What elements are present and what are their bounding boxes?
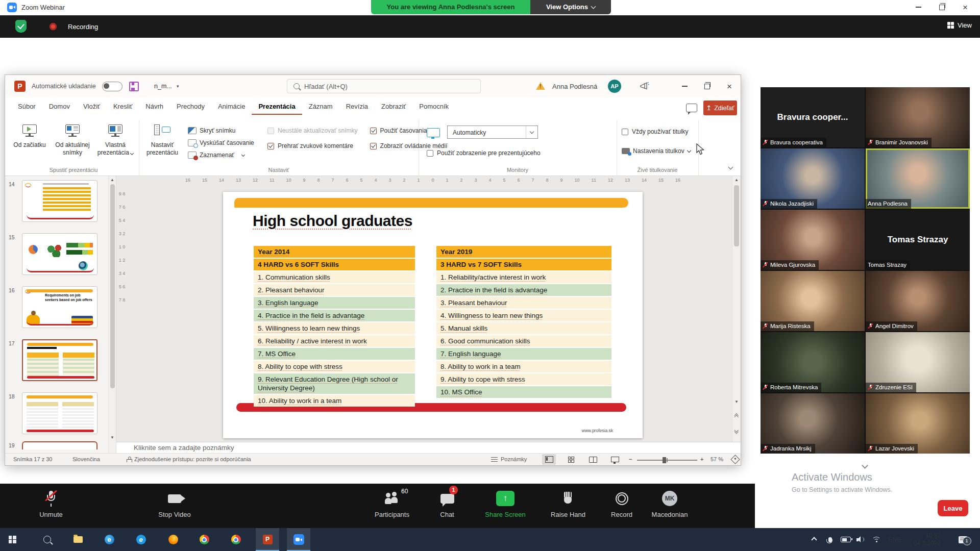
autosave-toggle[interactable] xyxy=(102,82,122,91)
slide-thumbnail[interactable]: 16 Requirements on job seekers based on … xyxy=(5,286,116,337)
firefox-button[interactable] xyxy=(161,528,185,551)
ppt-close-button[interactable]: × xyxy=(718,75,741,97)
setup-show-button[interactable]: Nastaviť prezentáciu xyxy=(141,123,184,157)
scroll-down-icon[interactable]: ▼ xyxy=(732,399,741,404)
accessibility-status[interactable]: Zjednodušenie prístupu: pozrite si odpor… xyxy=(127,456,251,462)
chrome-button[interactable] xyxy=(192,528,216,551)
ribbon-tab[interactable]: Súbor xyxy=(11,98,42,115)
thumbnail-card[interactable] xyxy=(22,180,97,222)
account-name[interactable]: Anna Podlesná xyxy=(552,83,597,90)
zoom-in-button[interactable]: + xyxy=(700,456,703,462)
participant-tile[interactable]: Anna Podlesna xyxy=(866,148,970,209)
participant-tile[interactable]: Tomas Strazay Tomas Strazay xyxy=(866,210,970,270)
close-button[interactable]: × xyxy=(953,0,977,14)
scrollbar-thumb[interactable] xyxy=(110,184,115,388)
thumbnail-card[interactable] xyxy=(22,339,97,381)
collapse-panel-button[interactable] xyxy=(853,460,876,471)
record-slideshow-button[interactable]: Zaznamenať xyxy=(188,149,254,160)
slide-thumbnail[interactable]: 18 xyxy=(5,392,116,443)
slider-thumb[interactable] xyxy=(663,457,666,463)
zoom-level[interactable]: 57 % xyxy=(710,456,723,462)
chrome-profile-button[interactable] xyxy=(224,528,248,551)
next-slide-button[interactable] xyxy=(732,425,741,436)
rehearse-timings-button[interactable]: Vyskúšať časovanie xyxy=(188,137,254,148)
ribbon-tab[interactable]: Vložiť xyxy=(77,98,107,115)
minimize-button[interactable] xyxy=(906,0,930,14)
restore-button[interactable] xyxy=(930,0,953,14)
tray-volume-button[interactable] xyxy=(853,528,868,551)
hide-slide-button[interactable]: Skryť snímku xyxy=(188,125,254,136)
participant-tile[interactable]: Lazar Jovevski xyxy=(866,393,970,454)
presenter-view-checkbox[interactable]: Použiť zobrazenie pre prezentujúceho xyxy=(427,149,541,157)
thumbnail-card[interactable] xyxy=(22,392,97,434)
participant-tile[interactable]: Branimir Jovanovski xyxy=(866,87,970,147)
subtitle-settings-button[interactable]: Nastavenia titulkov xyxy=(622,147,691,155)
search-input[interactable]: Hľadať (Alt+Q) xyxy=(287,79,481,93)
filename-dropdown-icon[interactable]: ▾ xyxy=(177,84,179,89)
scroll-up-icon[interactable]: ▲ xyxy=(732,178,741,182)
taskbar-search-button[interactable] xyxy=(35,528,59,551)
participant-tile[interactable]: Bravura cooper... Bravura cooperativa xyxy=(761,87,865,147)
slide-thumbnail[interactable]: 14 xyxy=(5,180,116,231)
slide-thumbnail[interactable]: 19 xyxy=(5,441,116,453)
notes-input[interactable]: Kliknite sem a zadajte poznámky xyxy=(116,442,741,453)
file-explorer-button[interactable] xyxy=(66,528,90,551)
slideshow-view-button[interactable] xyxy=(608,454,622,465)
scroll-down-icon[interactable]: ▼ xyxy=(109,435,116,440)
document-filename[interactable]: n_m... xyxy=(154,83,172,90)
tray-network-button[interactable] xyxy=(869,528,884,551)
ribbon-tab[interactable]: Prechody xyxy=(170,98,211,115)
stop-video-button[interactable]: Stop Video xyxy=(139,489,210,518)
internet-explorer-button[interactable]: e xyxy=(129,528,153,551)
from-beginning-button[interactable]: Od začiatku xyxy=(8,123,51,157)
play-narrations-checkbox[interactable]: Prehrať zvukové komentáre xyxy=(267,142,358,149)
slide-counter[interactable]: Snímka 17 z 30 xyxy=(13,456,52,462)
unmute-button[interactable]: Unmute xyxy=(15,489,87,518)
always-use-subtitles-checkbox[interactable]: Vždy používať titulky xyxy=(622,128,689,135)
ribbon-tab[interactable]: Revízia xyxy=(339,98,375,115)
share-button[interactable]: ↥ Zdieľať xyxy=(703,101,737,115)
share-screen-button[interactable]: ↑ Share Screen xyxy=(470,489,541,518)
ribbon-tab[interactable]: Zobraziť xyxy=(375,98,412,115)
clock[interactable]: 10:3704.3.2022 xyxy=(908,528,946,551)
leave-button[interactable]: Leave xyxy=(938,500,968,516)
zoom-out-button[interactable]: − xyxy=(629,456,632,462)
comments-icon[interactable] xyxy=(686,104,697,112)
view-options-button[interactable]: View Options xyxy=(530,0,611,14)
ribbon-tab[interactable]: Domov xyxy=(42,98,77,115)
start-button[interactable] xyxy=(1,528,24,551)
zoom-slider[interactable] xyxy=(637,460,697,461)
notification-center-button[interactable]: 1 xyxy=(953,528,972,551)
view-button[interactable]: View xyxy=(947,21,972,29)
thumbnail-card[interactable] xyxy=(22,441,97,449)
edge-button[interactable]: e xyxy=(97,528,121,551)
ribbon-tab[interactable]: Návrh xyxy=(139,98,170,115)
collapse-ribbon-icon[interactable] xyxy=(729,163,732,170)
powerpoint-taskbar-button[interactable]: P xyxy=(256,528,279,551)
thumbnail-card[interactable] xyxy=(22,233,97,275)
scrollbar-thumb[interactable] xyxy=(734,185,739,246)
participant-tile[interactable]: Jadranka Mrsikj xyxy=(761,393,865,454)
zoom-taskbar-button[interactable] xyxy=(287,528,310,551)
participant-tile[interactable]: Roberta Mitrevska xyxy=(761,332,865,392)
tray-expand-button[interactable] xyxy=(806,528,822,551)
interpretation-button[interactable]: MK Macedonian xyxy=(634,489,705,518)
ppt-restore-button[interactable] xyxy=(696,75,718,97)
save-icon[interactable] xyxy=(129,82,139,91)
notes-toggle[interactable]: Poznámky xyxy=(491,456,527,462)
avatar[interactable]: AP xyxy=(608,80,621,93)
slide-thumbnail[interactable]: 17 xyxy=(5,339,116,390)
slide[interactable]: High school graduates Year 2014 4 HARD v… xyxy=(223,192,643,438)
security-shield-icon[interactable] xyxy=(15,20,27,33)
ribbon-tab[interactable]: Kresliť xyxy=(107,98,139,115)
ppt-minimize-button[interactable] xyxy=(673,75,696,97)
participant-tile[interactable]: Mileva Gjurovska xyxy=(761,210,865,270)
thumbnails-scrollbar[interactable]: ▲ ▼ xyxy=(108,176,116,453)
from-current-slide-button[interactable]: Od aktuálnej snímky xyxy=(51,123,94,157)
language-status[interactable]: Slovenčina xyxy=(72,456,100,462)
slide-sorter-view-button[interactable] xyxy=(564,454,578,465)
slide-thumbnail[interactable]: 15 xyxy=(5,233,116,284)
fit-slide-to-window-button[interactable] xyxy=(730,455,740,464)
reading-view-button[interactable] xyxy=(586,454,600,465)
thumbnail-card[interactable]: Requirements on job seekers based on job… xyxy=(22,286,97,328)
